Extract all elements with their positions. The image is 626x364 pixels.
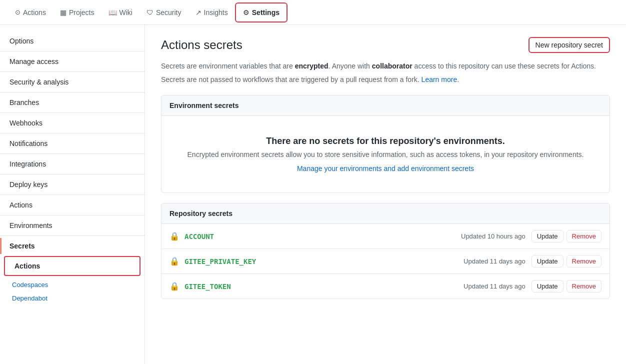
lock-icon-gitee-token: 🔒 — [170, 282, 180, 291]
description-line-1: Secrets are environment variables that a… — [161, 61, 610, 72]
nav-item-actions[interactable]: ⊙ Actions — [8, 4, 53, 22]
top-nav: ⊙ Actions ▦ Projects 📖 Wiki 🛡 Security ↗… — [0, 0, 626, 25]
update-button-gitee-token[interactable]: Update — [532, 280, 564, 292]
sidebar-item-codespaces[interactable]: Codespaces — [0, 278, 144, 292]
sidebar-item-actions-settings[interactable]: Actions — [0, 197, 144, 213]
projects-icon: ▦ — [60, 8, 66, 16]
repository-secrets-section: Repository secrets 🔒 ACCOUNT Updated 10 … — [161, 203, 610, 299]
secret-name-gitee-private-key: GITEE_PRIVATE_KEY — [184, 258, 256, 266]
secret-updated-gitee-private-key: Updated 11 days ago — [464, 258, 526, 265]
insights-icon: ↗ — [196, 8, 202, 16]
nav-item-wiki[interactable]: 📖 Wiki — [102, 4, 140, 22]
nav-item-security[interactable]: 🛡 Security — [140, 4, 188, 22]
settings-icon: ⚙ — [243, 8, 250, 16]
wiki-icon: 📖 — [108, 8, 117, 16]
empty-state-desc: Encrypted environment secrets allow you … — [170, 150, 602, 158]
environment-secrets-header: Environment secrets — [162, 96, 610, 116]
sidebar-item-manage-access[interactable]: Manage access — [0, 54, 144, 70]
encrypted-bold: encrypted — [295, 62, 328, 70]
sidebar-item-webhooks[interactable]: Webhooks — [0, 115, 144, 131]
security-icon: 🛡 — [146, 8, 154, 16]
nav-item-settings[interactable]: ⚙ Settings — [235, 2, 288, 22]
secret-name-account: ACCOUNT — [184, 232, 214, 240]
manage-environments-link[interactable]: Manage your environments and add environ… — [297, 164, 474, 172]
new-repository-secret-button[interactable]: New repository secret — [528, 37, 610, 53]
secret-row-gitee-private-key: 🔒 GITEE_PRIVATE_KEY Updated 11 days ago … — [162, 249, 610, 274]
remove-button-account[interactable]: Remove — [566, 230, 602, 242]
page-header: Actions secrets New repository secret — [161, 37, 610, 53]
sidebar-item-secrets[interactable]: Secrets — [0, 238, 144, 254]
learn-more-link[interactable]: Learn more — [422, 76, 458, 84]
page-layout: Options Manage access Security & analysi… — [0, 25, 626, 364]
nav-item-insights[interactable]: ↗ Insights — [188, 4, 235, 22]
sidebar-item-integrations[interactable]: Integrations — [0, 156, 144, 172]
update-button-gitee-private-key[interactable]: Update — [532, 255, 564, 268]
sidebar-item-security-analysis[interactable]: Security & analysis — [0, 74, 144, 90]
page-title: Actions secrets — [161, 38, 242, 52]
secret-updated-gitee-token: Updated 11 days ago — [464, 282, 526, 290]
sidebar-item-actions-sub[interactable]: Actions — [5, 259, 140, 273]
empty-state-title: There are no secrets for this repository… — [170, 136, 602, 146]
sidebar-item-dependabot[interactable]: Dependabot — [0, 292, 144, 305]
update-button-account[interactable]: Update — [532, 230, 564, 242]
secret-row-account: 🔒 ACCOUNT Updated 10 hours ago Update Re… — [162, 224, 610, 249]
repository-secrets-header: Repository secrets — [162, 204, 610, 224]
lock-icon-account: 🔒 — [170, 232, 180, 241]
secret-name-gitee-token: GITEE_TOKEN — [184, 282, 231, 290]
lock-icon-gitee-private-key: 🔒 — [170, 256, 180, 266]
description-line-2: Secrets are not passed to workflows that… — [161, 74, 610, 85]
secret-updated-account: Updated 10 hours ago — [461, 232, 526, 240]
sidebar-item-options[interactable]: Options — [0, 33, 144, 49]
remove-button-gitee-token[interactable]: Remove — [566, 280, 602, 292]
main-content: Actions secrets New repository secret Se… — [145, 25, 626, 364]
sidebar-item-branches[interactable]: Branches — [0, 94, 144, 110]
sidebar-item-notifications[interactable]: Notifications — [0, 136, 144, 152]
sidebar-item-environments[interactable]: Environments — [0, 218, 144, 234]
nav-item-projects[interactable]: ▦ Projects — [53, 4, 102, 22]
environment-secrets-empty-state: There are no secrets for this repository… — [162, 116, 610, 192]
secret-row-gitee-token: 🔒 GITEE_TOKEN Updated 11 days ago Update… — [162, 274, 610, 298]
actions-icon: ⊙ — [15, 8, 20, 16]
sidebar: Options Manage access Security & analysi… — [0, 25, 145, 364]
sidebar-item-deploy-keys[interactable]: Deploy keys — [0, 176, 144, 192]
remove-button-gitee-private-key[interactable]: Remove — [566, 255, 602, 268]
environment-secrets-section: Environment secrets There are no secrets… — [161, 95, 610, 193]
collaborator-bold: collaborator — [372, 62, 412, 70]
